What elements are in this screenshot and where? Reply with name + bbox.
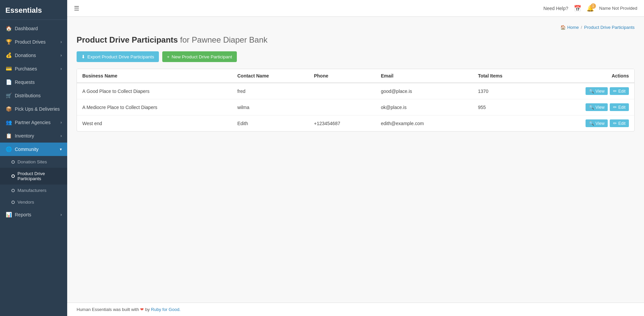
cell-contact-name: wilma: [232, 99, 308, 115]
sidebar-item-label: Inventory: [15, 133, 60, 139]
sidebar-sub-label: Product Drive Participants: [17, 171, 62, 181]
chevron-right-icon: ›: [60, 120, 62, 125]
page-title-sub: for Pawnee Diaper Bank: [180, 35, 267, 44]
main-content: ☰ Need Help? 📅 🔔 1 Name Not Provided 🏠 H…: [67, 0, 644, 316]
app-title: Essentials: [5, 6, 62, 15]
new-participant-button[interactable]: + New Product Drive Participant: [162, 51, 237, 62]
notification-badge: 1: [591, 3, 596, 9]
plus-icon: +: [167, 54, 170, 59]
topbar-left: ☰: [74, 5, 79, 12]
edit-icon: ✏: [613, 105, 617, 110]
sidebar-item-pickups[interactable]: 📦 Pick Ups & Deliveries: [0, 102, 67, 116]
table-row: A Good Place to Collect Diapersfredgood@…: [77, 83, 634, 99]
hamburger-icon[interactable]: ☰: [74, 5, 79, 12]
view-button[interactable]: 🔍 View: [586, 103, 608, 111]
sidebar-item-purchases[interactable]: 💳 Purchases ›: [0, 62, 67, 75]
cell-email: edith@example.com: [376, 115, 473, 131]
chevron-right-icon: ›: [60, 40, 62, 44]
reports-icon: 📊: [5, 212, 12, 218]
sidebar-item-donations[interactable]: 💰 Donations ›: [0, 49, 67, 62]
pickups-icon: 📦: [5, 106, 12, 112]
heart-icon: ❤: [140, 307, 144, 312]
sidebar-item-reports[interactable]: 📊 Reports ›: [0, 208, 67, 221]
col-business-name: Business Name: [77, 69, 232, 83]
notification-icon[interactable]: 🔔 1: [587, 5, 594, 12]
table-header-row: Business Name Contact Name Phone Email T…: [77, 69, 634, 83]
topbar: ☰ Need Help? 📅 🔔 1 Name Not Provided: [67, 0, 644, 17]
breadcrumb-separator: /: [581, 25, 582, 30]
cell-actions: 🔍 View ✏ Edit: [536, 99, 634, 115]
view-button[interactable]: 🔍 View: [586, 119, 608, 127]
requests-icon: 📄: [5, 79, 12, 85]
sidebar-item-requests[interactable]: 📄 Requests: [0, 75, 67, 89]
cell-business-name: A Good Place to Collect Diapers: [77, 83, 232, 99]
dashboard-icon: 🏠: [5, 25, 12, 32]
sidebar-item-product-drives[interactable]: 🏆 Product Drives ›: [0, 35, 67, 49]
edit-button[interactable]: ✏ Edit: [610, 87, 629, 95]
bullet-icon: [11, 189, 15, 192]
cell-email: good@place.is: [376, 83, 473, 99]
sidebar-item-label: Community: [15, 147, 60, 152]
sidebar-brand: Essentials: [0, 0, 67, 20]
page-title-main: Product Drive Participants: [77, 35, 178, 44]
cell-actions: 🔍 View ✏ Edit: [536, 115, 634, 131]
breadcrumb: 🏠 Home / Product Drive Participants: [77, 25, 635, 30]
sidebar-item-vendors[interactable]: Vendors: [0, 196, 67, 208]
edit-button[interactable]: ✏ Edit: [610, 119, 629, 127]
bullet-icon: [11, 160, 15, 164]
home-icon: 🏠: [560, 25, 566, 30]
sidebar-item-inventory[interactable]: 📋 Inventory ›: [0, 129, 67, 143]
participants-table: Business Name Contact Name Phone Email T…: [77, 69, 634, 131]
sidebar-item-label: Donations: [15, 53, 60, 58]
participants-table-container: Business Name Contact Name Phone Email T…: [77, 69, 635, 131]
ruby-for-good-link[interactable]: Ruby for Good.: [151, 307, 180, 312]
inventory-icon: 📋: [5, 133, 12, 139]
sidebar-item-donation-sites[interactable]: Donation Sites: [0, 156, 67, 168]
col-contact-name: Contact Name: [232, 69, 308, 83]
breadcrumb-home-link[interactable]: Home: [567, 25, 579, 30]
chevron-right-icon: ›: [60, 134, 62, 138]
cell-phone: [308, 99, 375, 115]
topbar-right: Need Help? 📅 🔔 1 Name Not Provided: [544, 5, 637, 12]
sidebar-item-label: Partner Agencies: [15, 120, 60, 125]
export-button[interactable]: ⬇ Export Product Drive Participants: [77, 51, 159, 62]
footer-text-before: Human Essentials was built with: [77, 307, 139, 312]
edit-button[interactable]: ✏ Edit: [610, 103, 629, 111]
product-drives-icon: 🏆: [5, 39, 12, 45]
bullet-icon: [11, 174, 15, 178]
user-name: Name Not Provided: [599, 6, 637, 11]
sidebar-item-label: Pick Ups & Deliveries: [15, 106, 62, 112]
bullet-icon: [11, 201, 15, 204]
sidebar-item-product-drive-participants[interactable]: Product Drive Participants: [0, 168, 67, 185]
help-link[interactable]: Need Help?: [544, 6, 568, 11]
cell-actions: 🔍 View ✏ Edit: [536, 83, 634, 99]
search-icon: 🔍: [589, 105, 594, 110]
sidebar-item-dashboard[interactable]: 🏠 Dashboard: [0, 22, 67, 35]
cell-total-items: 955: [473, 99, 536, 115]
cell-contact-name: Edith: [232, 115, 308, 131]
cell-total-items: [473, 115, 536, 131]
table-row: West endEdith+123454687edith@example.com…: [77, 115, 634, 131]
chevron-right-icon: ›: [60, 53, 62, 58]
col-phone: Phone: [308, 69, 375, 83]
sidebar-item-label: Product Drives: [15, 39, 60, 45]
action-bar: ⬇ Export Product Drive Participants + Ne…: [77, 51, 635, 62]
sidebar-item-manufacturers[interactable]: Manufacturers: [0, 185, 67, 196]
cell-contact-name: fred: [232, 83, 308, 99]
chevron-right-icon: ›: [60, 66, 62, 71]
col-total-items: Total Items: [473, 69, 536, 83]
sidebar-item-label: Requests: [15, 80, 62, 85]
cell-email: ok@place.is: [376, 99, 473, 115]
sidebar-item-partner-agencies[interactable]: 👥 Partner Agencies ›: [0, 116, 67, 129]
distributions-icon: 🛒: [5, 93, 12, 99]
edit-icon: ✏: [613, 89, 617, 94]
calendar-icon[interactable]: 📅: [574, 5, 581, 12]
cell-total-items: 1370: [473, 83, 536, 99]
purchases-icon: 💳: [5, 66, 12, 72]
page-header: Product Drive Participants for Pawnee Di…: [77, 35, 635, 45]
sidebar-item-label: Purchases: [15, 66, 60, 71]
cell-phone: +123454687: [308, 115, 375, 131]
sidebar-item-distributions[interactable]: 🛒 Distributions: [0, 89, 67, 102]
sidebar-item-community[interactable]: 🌐 Community ▾: [0, 143, 67, 156]
view-button[interactable]: 🔍 View: [586, 87, 608, 95]
